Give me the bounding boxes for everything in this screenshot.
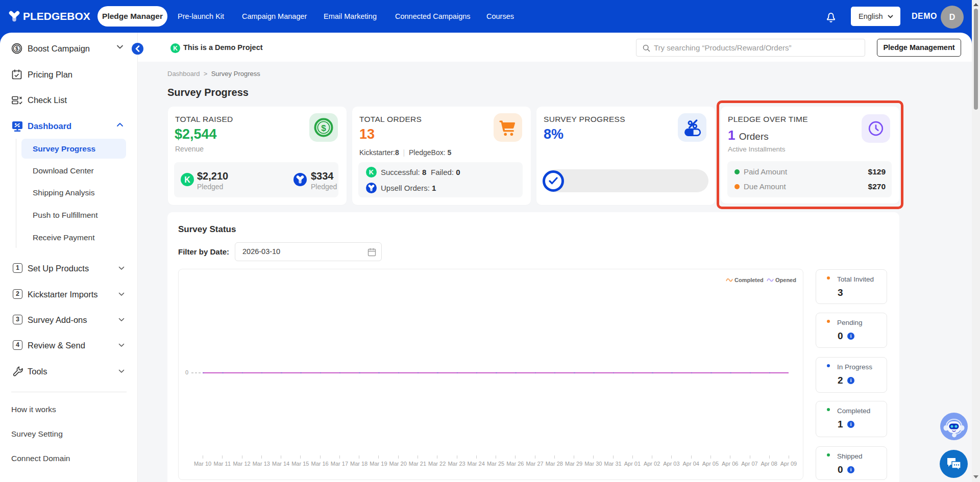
svg-text:$: $ — [15, 45, 18, 52]
svg-text:K: K — [369, 168, 374, 176]
svg-text:$: $ — [321, 123, 326, 133]
svg-text:K: K — [173, 45, 178, 52]
svg-text:K: K — [184, 175, 190, 184]
